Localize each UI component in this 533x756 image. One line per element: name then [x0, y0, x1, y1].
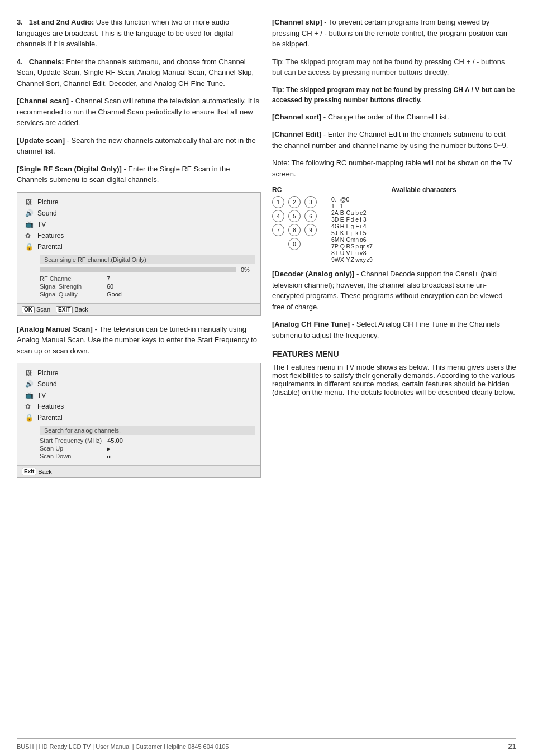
item4-label: Channels: — [29, 58, 64, 66]
menu-footer-2: Exit Back — [17, 465, 260, 477]
tip-2: Tip: The skipped program may not be foun… — [272, 85, 516, 105]
rc-key-empty-right — [304, 238, 319, 252]
char-dash: - — [335, 203, 340, 209]
features-menu-text: The Features menu in TV mode shows as be… — [272, 363, 516, 396]
char-T: T — [335, 250, 340, 256]
menu-item-features-1[interactable]: Features — [23, 231, 255, 241]
char-c: c — [360, 209, 363, 216]
char-row-6: 6 M N O m n o 6 — [331, 236, 373, 243]
decoder-label: [Decoder (Analog only)] — [272, 270, 354, 278]
picture-icon-1 — [25, 198, 34, 206]
char-row-1: 1 - 1 — [331, 203, 373, 209]
detail-val-scandown — [107, 453, 112, 460]
menu-footer-1: OK Scan EXIT Back — [17, 303, 260, 315]
char-m: m — [351, 236, 356, 243]
char-8: 8 — [363, 250, 367, 256]
char-num-9: 9 — [331, 256, 335, 263]
char-C: C — [346, 209, 350, 216]
menu-item-tv-2[interactable]: TV — [23, 390, 255, 400]
item4-number: 4. — [17, 58, 23, 66]
parental-icon-1 — [25, 243, 34, 251]
detail-val-scanup — [107, 445, 111, 452]
char-num-3: 3 — [331, 216, 335, 223]
detail-key-scandown: Scan Down — [40, 453, 101, 460]
rc-key-6: 6 — [304, 210, 317, 222]
char-val-1: 1 — [340, 203, 346, 209]
menu-item-picture-1[interactable]: Picture — [23, 197, 255, 207]
menu-item-sound-1[interactable]: Sound — [23, 208, 255, 218]
char-R: R — [346, 243, 350, 250]
ok-scan-btn[interactable]: OK Scan — [22, 306, 50, 313]
char-e: e — [355, 216, 360, 223]
char-num-6: 6 — [331, 236, 335, 243]
tv-icon-1 — [25, 221, 34, 228]
menu-item-sound-2[interactable]: Sound — [23, 379, 255, 389]
menu-label-features-1: Features — [37, 232, 64, 240]
menu-label-features-2: Features — [37, 403, 64, 410]
char-I: I — [346, 223, 350, 229]
exit-key: EXIT — [56, 306, 73, 313]
char-B: B — [340, 209, 346, 216]
menu-item-parental-1[interactable]: Parental — [23, 242, 255, 252]
item-3: 3. 1st and 2nd Audio: Use this function … — [17, 17, 261, 50]
channel-skip-section: [Channel skip] - To prevent certain prog… — [272, 17, 516, 50]
tip-1: Tip: The skipped program may not be foun… — [272, 56, 516, 78]
menu-label-sound-1: Sound — [37, 209, 57, 217]
menu-box-1-inner: Picture Sound TV Features — [17, 193, 260, 303]
exit-back-btn[interactable]: EXIT Back — [56, 306, 88, 313]
footer-brand: BUSH | HD Ready LCD TV | User Manual | C… — [17, 743, 229, 750]
char-row-3: 3 D E F d e f 3 — [331, 216, 373, 223]
char-row-5: 5 J K L j k l 5 — [331, 229, 373, 236]
char-g: g — [351, 223, 356, 229]
content-area: 3. 1st and 2nd Audio: Use this function … — [17, 17, 516, 727]
menu-item-tv-1[interactable]: TV — [23, 219, 255, 229]
char-E: E — [340, 216, 346, 223]
char-G: G — [335, 223, 340, 229]
exit-label: Back — [74, 306, 88, 313]
rc-key-5: 5 — [288, 210, 301, 222]
char-U: U — [340, 250, 346, 256]
detail-key-scanup: Scan Up — [40, 445, 101, 452]
exit-key-2: Exit — [22, 468, 36, 475]
detail-val-strength: 60 — [107, 283, 113, 290]
char-row-8: 8 T U V t u v 8 — [331, 250, 373, 256]
channel-sort-label: [Channel sort] — [272, 113, 321, 121]
page-number: 21 — [508, 742, 516, 750]
rc-key-2: 2 — [288, 196, 301, 208]
progress-bar-1 — [40, 267, 236, 272]
char-Q: Q — [340, 243, 346, 250]
char-row-0: 0 . @ 0 — [331, 196, 373, 203]
single-rf-section: [Single RF Scan (Digital Only)] - Enter … — [17, 164, 261, 185]
item3-label: 1st and 2nd Audio: — [29, 18, 94, 26]
rc-key-3: 3 — [304, 196, 317, 208]
char-b: b — [355, 209, 360, 216]
features-icon-1 — [25, 232, 34, 240]
page: 3. 1st and 2nd Audio: Use this function … — [0, 0, 533, 756]
char-5: 5 — [363, 229, 367, 236]
char-num-4: 4 — [331, 223, 335, 229]
avail-chars-header: Available characters — [331, 186, 516, 194]
rc-grid: 1 2 3 4 5 6 7 8 9 0 — [272, 196, 322, 252]
menu-label-picture-1: Picture — [37, 198, 58, 206]
char-y: y — [363, 256, 367, 263]
features-heading: FEATURES MENU — [272, 350, 516, 358]
channel-sort-text: - Change the order of the Channel List. — [323, 113, 449, 121]
exit-back-btn-2[interactable]: Exit Back — [22, 468, 52, 475]
char-2: 2 — [363, 209, 367, 216]
rc-key-8: 8 — [288, 224, 301, 236]
menu-item-parental-2[interactable]: Parental — [23, 413, 255, 423]
channel-scan-section: [Channel scan] - Channel Scan will retun… — [17, 95, 261, 128]
menu-item-features-2[interactable]: Features — [23, 401, 255, 412]
menu-label-sound-2: Sound — [37, 380, 57, 388]
char-M: M — [335, 236, 340, 243]
menu-label-parental-1: Parental — [37, 243, 63, 251]
char-J: J — [335, 229, 340, 236]
char-P: P — [335, 243, 340, 250]
char-t: t — [351, 250, 356, 256]
char-H2: H — [355, 223, 360, 229]
menu-item-picture-2[interactable]: Picture — [23, 368, 255, 378]
char-Y: Y — [346, 256, 350, 263]
rc-table-container: RC 1 2 3 4 5 6 7 8 9 0 — [272, 186, 516, 263]
sound-icon-1 — [25, 209, 34, 217]
char-v: v — [360, 250, 363, 256]
